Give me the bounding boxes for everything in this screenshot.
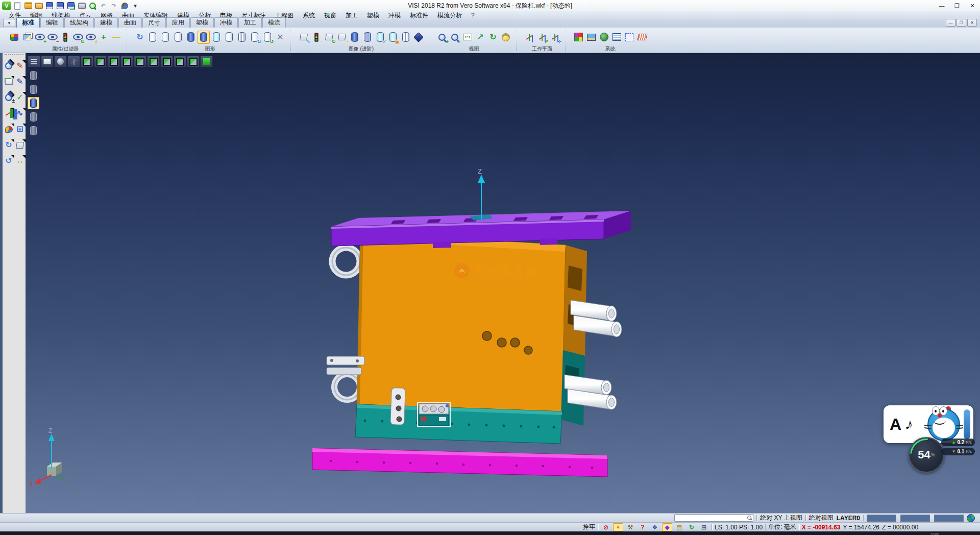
- lock-label[interactable]: 拴牢: [583, 523, 595, 531]
- refresh-visibility-icon[interactable]: ↻: [72, 31, 84, 44]
- selection-settings-icon[interactable]: [623, 31, 635, 44]
- close-button[interactable]: ✕: [965, 0, 980, 11]
- menu-stamping[interactable]: 冲模: [384, 11, 405, 20]
- modify-attributes-icon[interactable]: ±: [85, 31, 97, 44]
- display-mesh-icon[interactable]: [28, 125, 39, 137]
- view-iso3-icon[interactable]: [187, 56, 200, 67]
- attribute-palette-icon[interactable]: [8, 31, 20, 44]
- view-top-icon[interactable]: [81, 56, 93, 67]
- view-front-icon[interactable]: [94, 56, 107, 67]
- measure-icon[interactable]: ↔: [14, 155, 26, 166]
- window-grid-icon[interactable]: ⊞: [14, 124, 26, 135]
- display-ghost-icon[interactable]: [28, 111, 39, 123]
- render-brush-icon[interactable]: [3, 124, 14, 135]
- split-window-icon[interactable]: ⊞: [699, 523, 709, 531]
- wire-cylinder-icon[interactable]: [400, 31, 412, 44]
- menu-help[interactable]: ?: [467, 12, 479, 19]
- view-shaded-icon[interactable]: [54, 56, 67, 67]
- image-settings-icon[interactable]: [585, 31, 597, 44]
- box-cylinder-icon[interactable]: ▣: [387, 31, 399, 44]
- hidden-line-cylinder-icon[interactable]: [159, 31, 172, 44]
- transparent-cylinder-icon[interactable]: [210, 31, 223, 44]
- view-shade-all-icon[interactable]: [200, 56, 213, 67]
- workplane-world-icon[interactable]: [523, 31, 535, 44]
- layer-list-icon[interactable]: ▤: [674, 523, 684, 531]
- undo-button[interactable]: ↶: [99, 2, 108, 10]
- view-iso-icon[interactable]: [160, 56, 173, 67]
- update-cylinder-icon[interactable]: ↺: [261, 31, 274, 44]
- qa-more-button[interactable]: ▾: [131, 2, 140, 10]
- render-modify-icon[interactable]: ±: [336, 31, 348, 44]
- build-tool-icon[interactable]: ⚒: [625, 523, 635, 531]
- validate-cylinder-icon[interactable]: ✓: [374, 31, 386, 44]
- view-left-icon[interactable]: [107, 56, 120, 67]
- tab-edit[interactable]: 编辑: [40, 17, 64, 28]
- layer-color-swatch[interactable]: [867, 515, 896, 522]
- visi-logo[interactable]: V: [2, 2, 11, 10]
- auto-rotate-icon[interactable]: ↻: [687, 523, 697, 531]
- wireframe-cylinder-icon[interactable]: [146, 31, 159, 44]
- remove-filter-icon[interactable]: —: [110, 31, 122, 44]
- search-input[interactable]: [674, 514, 753, 522]
- save-all-button[interactable]: [66, 2, 76, 10]
- open-file-button[interactable]: [23, 2, 33, 10]
- shaded-edges-cylinder-icon[interactable]: [198, 31, 210, 44]
- tab-flow[interactable]: 模流: [262, 17, 286, 28]
- workplane-view-icon[interactable]: ✛: [549, 31, 561, 44]
- cavity-plate-front[interactable]: [357, 233, 566, 411]
- tab-standard[interactable]: 标准: [16, 17, 40, 28]
- maximize-button[interactable]: ❐: [949, 0, 965, 11]
- entity-color-swatch[interactable]: [934, 515, 964, 522]
- view-mode-text[interactable]: 绝对视图: [809, 514, 834, 522]
- assistant-button[interactable]: [120, 2, 129, 10]
- preview-button[interactable]: [88, 2, 97, 10]
- redo-button[interactable]: ↷: [109, 2, 118, 10]
- zoom-1to1-icon[interactable]: [461, 31, 474, 44]
- print-button[interactable]: [77, 2, 86, 10]
- menu-system[interactable]: 系统: [298, 11, 320, 20]
- menu-standard-parts[interactable]: 标准件: [405, 11, 433, 20]
- render-traffic-icon[interactable]: ▫: [310, 31, 323, 44]
- snap-disable-icon[interactable]: ⊘: [601, 523, 611, 531]
- tab-modeling[interactable]: 建模: [94, 17, 118, 28]
- shaded-cylinder-icon[interactable]: [185, 31, 197, 44]
- tab-surface[interactable]: 曲面: [118, 17, 142, 28]
- globe-icon[interactable]: [967, 514, 975, 522]
- navy-cube-icon[interactable]: [412, 31, 425, 44]
- regen-icon[interactable]: ↻: [3, 139, 14, 151]
- regen-graphics-icon[interactable]: ↻: [134, 31, 146, 44]
- erase-icon[interactable]: ✎: [14, 60, 26, 71]
- package-icon[interactable]: ❖: [650, 523, 660, 531]
- save-as-button[interactable]: [56, 2, 65, 10]
- hide-entities-icon[interactable]: −: [46, 31, 59, 44]
- tab-stamping[interactable]: 冲模: [214, 17, 238, 28]
- add-filter-icon[interactable]: +: [97, 31, 110, 44]
- refresh-view-icon[interactable]: ↺: [3, 155, 14, 166]
- tab-apply[interactable]: 应用: [166, 17, 190, 28]
- solid-cube-icon[interactable]: [14, 139, 26, 151]
- workplane-mode-text[interactable]: 绝对 XY 上视图: [760, 514, 802, 522]
- menu-mould[interactable]: 塑模: [362, 11, 384, 20]
- mdi-close-button[interactable]: ✕: [967, 19, 977, 27]
- ghost-cylinder-icon[interactable]: [223, 31, 235, 44]
- recycle-cylinder-icon[interactable]: ↻: [249, 31, 261, 44]
- display-hidden-icon[interactable]: [28, 83, 39, 95]
- plane-icon[interactable]: [3, 76, 14, 87]
- system-settings-icon[interactable]: [598, 31, 610, 44]
- view-plane-icon[interactable]: [41, 56, 54, 67]
- minimize-button[interactable]: —: [934, 0, 949, 11]
- zoom-search-icon[interactable]: [3, 60, 14, 71]
- tab-wireframe[interactable]: 线架构: [64, 17, 94, 28]
- mdi-minimize-button[interactable]: —: [946, 19, 955, 27]
- grid-settings-icon[interactable]: [636, 31, 648, 44]
- open-recent-button[interactable]: [34, 2, 43, 10]
- solid-snap-icon[interactable]: ◆: [662, 523, 672, 531]
- show-entities-icon[interactable]: +: [34, 31, 46, 44]
- tab-dropdown-button[interactable]: ▼: [3, 19, 15, 27]
- graphics-settings-icon[interactable]: ✕: [274, 31, 286, 44]
- confirm-check-icon[interactable]: ✓: [14, 92, 26, 103]
- render-edit-icon[interactable]: ✎: [298, 31, 310, 44]
- attribute-copy-icon[interactable]: [21, 31, 33, 44]
- zoom-window-icon[interactable]: ◌: [449, 31, 461, 44]
- tab-dimension[interactable]: 尺寸: [142, 17, 166, 28]
